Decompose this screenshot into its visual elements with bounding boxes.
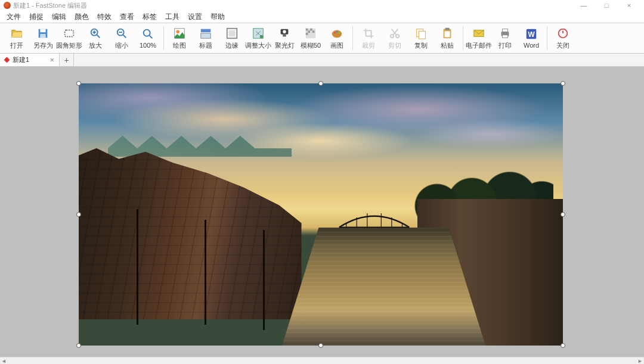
tab-close-icon[interactable]: × xyxy=(49,55,54,64)
spotlight-icon xyxy=(278,27,291,40)
svg-rect-1 xyxy=(40,29,45,32)
menu-9[interactable]: 帮助 xyxy=(206,11,229,23)
toolbar-separator xyxy=(463,26,463,50)
resize-icon xyxy=(252,27,265,40)
maximize-button[interactable]: □ xyxy=(595,0,618,11)
tool-close-app[interactable]: 关闭 xyxy=(550,24,576,52)
close-button[interactable]: × xyxy=(618,0,640,11)
window-controls: — □ × xyxy=(572,0,640,11)
minimize-button[interactable]: — xyxy=(572,0,595,11)
scroll-left-icon[interactable]: ◄ xyxy=(1,358,7,364)
tool-zoom-in[interactable]: 放大 xyxy=(82,24,109,52)
menu-5[interactable]: 查看 xyxy=(116,11,138,23)
tool-rounded-rect[interactable]: 圆角矩形 xyxy=(56,24,82,52)
zoom-out-icon xyxy=(115,27,128,40)
tool-caption[interactable]: 标题 xyxy=(193,24,219,52)
canvas-area[interactable] xyxy=(0,67,644,357)
tool-zoom-out[interactable]: 缩小 xyxy=(109,24,135,52)
menu-0[interactable]: 文件 xyxy=(2,11,25,23)
menu-1[interactable]: 捕捉 xyxy=(25,11,48,23)
svg-rect-25 xyxy=(306,28,308,30)
email-icon xyxy=(472,27,485,40)
resize-handle-bl[interactable] xyxy=(76,343,81,348)
zoom-100-icon xyxy=(141,27,154,41)
svg-rect-28 xyxy=(312,30,315,33)
scroll-right-icon[interactable]: ► xyxy=(637,358,643,364)
tool-label: 复制 xyxy=(414,41,428,50)
menu-7[interactable]: 工具 xyxy=(161,11,184,23)
print-icon xyxy=(499,27,512,40)
paint-icon xyxy=(330,27,343,40)
draw-icon xyxy=(173,27,186,40)
tool-label: 画图 xyxy=(330,41,343,50)
tab-add-button[interactable]: + xyxy=(60,54,74,66)
caption-icon xyxy=(199,27,212,40)
tool-spotlight[interactable]: 聚光灯 xyxy=(271,24,298,52)
svg-point-14 xyxy=(177,30,180,33)
svg-rect-18 xyxy=(229,30,236,36)
tool-label: 裁剪 xyxy=(362,41,375,50)
tool-edge[interactable]: 边缘 xyxy=(219,24,245,52)
resize-handle-tc[interactable] xyxy=(318,81,323,86)
tool-label: 模糊50 xyxy=(301,41,321,50)
menu-2[interactable]: 编辑 xyxy=(48,11,70,23)
tool-paint[interactable]: 画图 xyxy=(324,24,350,52)
document-image[interactable] xyxy=(79,83,563,346)
resize-handle-ml[interactable] xyxy=(76,212,81,217)
svg-rect-29 xyxy=(306,33,308,35)
resize-handle-tr[interactable] xyxy=(561,81,565,86)
horizontal-scrollbar[interactable]: ◄ ► xyxy=(0,357,644,364)
photo-pole xyxy=(205,220,206,325)
menu-8[interactable]: 设置 xyxy=(184,11,206,23)
tool-word[interactable]: WWord xyxy=(518,24,544,52)
tool-blur[interactable]: 模糊50 xyxy=(298,24,324,52)
resize-handle-br[interactable] xyxy=(561,343,565,348)
resize-handle-bc[interactable] xyxy=(318,343,323,348)
svg-rect-26 xyxy=(310,28,312,30)
svg-rect-16 xyxy=(201,33,211,38)
tool-print[interactable]: 打印 xyxy=(492,24,518,52)
resize-handle-mr[interactable] xyxy=(561,212,565,217)
tool-label: 边缘 xyxy=(225,41,239,50)
save-icon xyxy=(36,27,49,40)
tool-label: 聚光灯 xyxy=(275,41,295,50)
tool-paste[interactable]: 粘贴 xyxy=(434,24,460,52)
toolbar-separator xyxy=(352,26,353,50)
tool-draw[interactable]: 绘图 xyxy=(166,24,193,52)
tool-open[interactable]: 打开 xyxy=(4,24,30,52)
toolbar-separator xyxy=(163,26,164,50)
cut-icon xyxy=(388,27,401,40)
image-selection-frame[interactable] xyxy=(79,83,563,346)
svg-point-22 xyxy=(283,30,286,33)
tool-zoom-100[interactable]: 100% xyxy=(135,24,161,52)
menu-6[interactable]: 标签 xyxy=(138,11,161,23)
tool-copy[interactable]: 复制 xyxy=(408,24,434,52)
open-icon xyxy=(10,27,23,40)
tool-label: 打开 xyxy=(10,41,23,50)
zoom-in-icon xyxy=(89,27,102,40)
tool-label: 打印 xyxy=(499,41,512,50)
tool-email[interactable]: 电子邮件 xyxy=(466,24,492,52)
menu-bar: 文件捕捉编辑颜色特效查看标签工具设置帮助 xyxy=(0,11,644,23)
photo-pole xyxy=(263,230,265,329)
crop-icon xyxy=(362,27,375,40)
tab-bar: 新建1 × + xyxy=(0,54,644,67)
word-icon: W xyxy=(525,27,538,41)
tab-label: 新建1 xyxy=(13,55,29,64)
tool-label: 缩小 xyxy=(115,41,128,50)
menu-4[interactable]: 特效 xyxy=(93,11,116,23)
tool-label: 绘图 xyxy=(173,41,186,50)
tool-resize[interactable]: 调整大小 xyxy=(245,24,271,52)
tool-save[interactable]: 另存为 xyxy=(30,24,56,52)
window-title: 新建1 - FastStone 编辑器 xyxy=(13,1,87,10)
svg-line-5 xyxy=(97,35,100,38)
copy-icon xyxy=(414,27,428,40)
svg-rect-43 xyxy=(502,29,507,32)
svg-point-11 xyxy=(144,30,150,36)
resize-handle-tl[interactable] xyxy=(76,81,81,86)
toolbar-separator xyxy=(547,26,547,50)
tab-new1[interactable]: 新建1 × xyxy=(0,54,60,66)
menu-3[interactable]: 颜色 xyxy=(70,11,93,23)
svg-rect-3 xyxy=(65,30,74,36)
svg-point-32 xyxy=(336,30,338,32)
